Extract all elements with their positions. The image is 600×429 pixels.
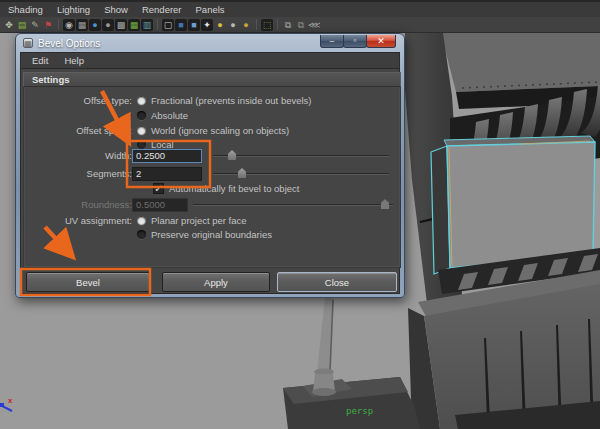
segments-label: Segments:: [23, 168, 132, 179]
menu-renderer[interactable]: Renderer: [142, 4, 182, 15]
offset-type-absolute-label: Absolute: [151, 110, 188, 121]
shaded-cube-icon[interactable]: ■: [188, 19, 200, 31]
wire-cube-icon[interactable]: ▢: [162, 19, 174, 31]
roundness-label: Roundness:: [23, 199, 132, 210]
bevel-button[interactable]: Bevel: [26, 272, 150, 292]
icon-toolbar: ✥▤✎⚑◉▦●●▩▦▥▢■■✦●●●⬚⧉⧉⋘: [0, 17, 600, 33]
graph-icon[interactable]: ✎: [29, 19, 41, 31]
minimize-button-icon[interactable]: –: [320, 35, 344, 48]
menu-lighting[interactable]: Lighting: [57, 4, 90, 15]
toolbar-separator: [256, 19, 257, 30]
axis-x-label: x: [8, 396, 13, 405]
width-input[interactable]: [132, 149, 202, 163]
offset-type-absolute-radio[interactable]: [137, 111, 146, 120]
layer-book-icon[interactable]: ▤: [16, 19, 28, 31]
uv-preserve-label: Preserve original boundaries: [151, 229, 272, 240]
width-slider-track[interactable]: [213, 155, 389, 157]
checker-icon[interactable]: ▩: [115, 19, 127, 31]
select-tool-icon[interactable]: ✥: [3, 19, 15, 31]
camera-icon[interactable]: ◉: [63, 19, 75, 31]
width-label: Width:: [23, 150, 132, 161]
uv-preserve-radio[interactable]: [137, 230, 146, 239]
dialog-menu-bar: Edit Help: [21, 53, 399, 69]
offset-type-fractional-label: Fractional (prevents inside out bevels): [151, 95, 312, 106]
texture-grid-icon[interactable]: ▦: [128, 19, 140, 31]
auto-fit-checkbox[interactable]: ✓: [153, 183, 164, 194]
roundness-slider-handle: [381, 199, 389, 209]
apply-button[interactable]: Apply: [162, 272, 270, 292]
amber-light-icon[interactable]: ●: [240, 19, 252, 31]
film-gate-icon[interactable]: ▦: [76, 19, 88, 31]
snap-select-icon[interactable]: ⬚: [261, 19, 273, 31]
close-button-icon[interactable]: ✕: [366, 35, 396, 48]
uv-planar-radio[interactable]: [137, 216, 146, 225]
gray-light-icon[interactable]: ●: [227, 19, 239, 31]
share-icon[interactable]: ⋘: [308, 19, 320, 31]
menu-shading[interactable]: Shading: [8, 4, 43, 15]
maya-window: persp x Shading Lighting Show Renderer P…: [0, 0, 600, 429]
roundness-input: [132, 198, 188, 212]
dialog-menu-help[interactable]: Help: [57, 54, 91, 67]
menu-show[interactable]: Show: [104, 4, 128, 15]
camera-label: persp: [346, 406, 373, 416]
duplicate-icon[interactable]: ⧉: [295, 19, 307, 31]
maximize-button-icon[interactable]: ▫: [343, 35, 367, 48]
film-strip-icon[interactable]: ▥: [141, 19, 153, 31]
offset-type-fractional-radio[interactable]: [137, 96, 146, 105]
copy-layer-icon[interactable]: ⧉: [282, 19, 294, 31]
wire-sphere-icon[interactable]: ●: [102, 19, 114, 31]
sparkle-icon[interactable]: ✦: [201, 19, 213, 31]
menu-panels[interactable]: Panels: [196, 4, 225, 15]
panel-menu-bar: Shading Lighting Show Renderer Panels: [0, 0, 600, 17]
blue-cube-icon[interactable]: ■: [175, 19, 187, 31]
close-button[interactable]: Close: [277, 272, 397, 292]
uv-assignment-label: UV assignment:: [23, 215, 132, 226]
offset-space-world-label: World (ignore scaling on objects): [151, 125, 289, 136]
offset-space-label: Offset space:: [23, 125, 132, 136]
auto-fit-label: Automatically fit bevel to object: [169, 183, 299, 194]
dialog-menu-edit[interactable]: Edit: [25, 54, 55, 67]
window-controls: – ▫ ✕: [320, 35, 396, 48]
toolbar-separator: [277, 19, 278, 30]
toolbar-separator: [58, 19, 59, 30]
key-icon[interactable]: ⚑: [42, 19, 54, 31]
width-slider-handle[interactable]: [228, 150, 236, 160]
yellow-light-icon[interactable]: ●: [214, 19, 226, 31]
dialog-title: Bevel Options: [38, 38, 100, 49]
uv-planar-label: Planar project per face: [151, 215, 247, 226]
toolbar-separator: [157, 19, 158, 30]
offset-space-world-radio[interactable]: [137, 126, 146, 135]
segments-slider-handle[interactable]: [238, 168, 246, 178]
bevel-dialog-icon: ▦: [23, 38, 33, 48]
bevel-options-dialog: ▦ Bevel Options – ▫ ✕ Edit Help Settings…: [15, 33, 405, 298]
offset-type-label: Offset type:: [23, 95, 132, 106]
shaded-sphere-icon[interactable]: ●: [89, 19, 101, 31]
settings-section-header[interactable]: Settings: [23, 72, 401, 87]
segments-input[interactable]: [132, 167, 202, 181]
roundness-slider-track: [193, 204, 393, 206]
